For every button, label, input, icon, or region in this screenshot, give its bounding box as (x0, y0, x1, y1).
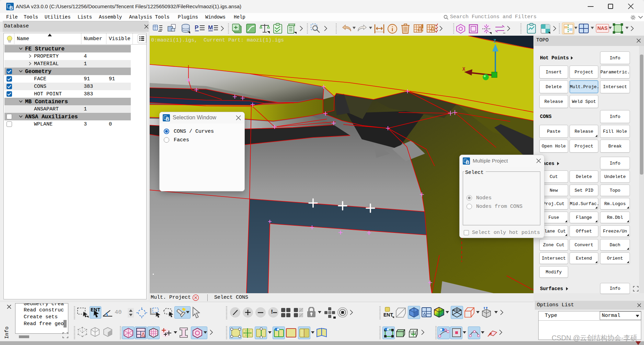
svg-text:Z: Z (493, 38, 496, 44)
svg-text:P: P (195, 24, 198, 31)
svg-text:M: M (208, 24, 213, 31)
svg-text:X: X (462, 67, 465, 72)
svg-text:ENT: ENT (383, 312, 393, 318)
svg-text:0:maozi(1).igs, Current Part:: 0:maozi(1).igs, Current Part: maozi(1).i… (151, 37, 284, 43)
